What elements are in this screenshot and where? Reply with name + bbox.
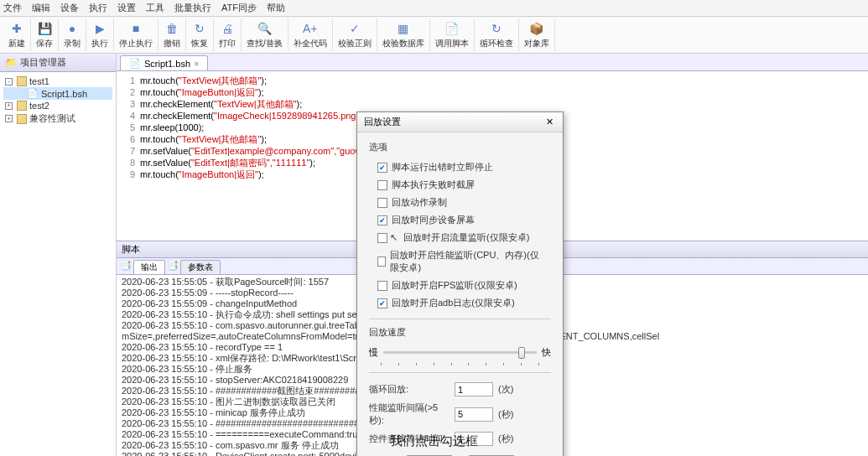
field-label: 循环回放: (369, 383, 450, 396)
checkbox[interactable]: ✔ (377, 215, 387, 225)
checkbox-row[interactable]: 回放时开启FPS监听(仅限安卓) (369, 277, 551, 294)
project-tree[interactable]: -test1📄Script1.bsh+test2+兼容性测试 (0, 72, 116, 456)
menu-item[interactable]: 文件 (3, 2, 22, 14)
menu-item[interactable]: 执行 (89, 2, 107, 14)
停止执行-icon: ■ (127, 20, 144, 37)
checkbox-label: 回放时同步设备屏幕 (392, 214, 475, 226)
tab-params[interactable]: 参数表 (180, 260, 221, 274)
toolbar-对象库[interactable]: 📦对象库 (519, 18, 555, 51)
tree-node[interactable]: +test2 (3, 100, 112, 111)
校验数据库-icon: ▦ (395, 20, 412, 37)
editor-tab[interactable]: 📄 Script1.bsh × (120, 55, 208, 70)
menu-item[interactable]: 设置 (117, 2, 136, 14)
checkbox-row[interactable]: ↖回放时开启流量监听(仅限安卓) (369, 229, 551, 246)
field-input[interactable] (455, 382, 493, 396)
撤销-icon: 🗑 (164, 20, 180, 37)
checkbox[interactable] (377, 233, 387, 243)
toolbar-label: 校验正则 (338, 38, 372, 49)
folder-icon (17, 114, 27, 124)
slider-fast-label: 快 (542, 346, 551, 359)
menu-item[interactable]: 批量执行 (174, 2, 211, 14)
toolbar-调用脚本[interactable]: 📄调用脚本 (430, 18, 475, 51)
tree-file[interactable]: 📄Script1.bsh (3, 87, 112, 100)
checkbox-label: 脚本执行失败时截屏 (392, 179, 475, 191)
close-icon[interactable]: × (194, 59, 199, 69)
checkbox-label: 回放时开启流量监听(仅限安卓) (403, 231, 529, 244)
toolbar-校验正则[interactable]: ✓校验正则 (333, 18, 377, 51)
toolbar-新建[interactable]: ✚新建 (3, 18, 31, 51)
menu-item[interactable]: 帮助 (267, 2, 285, 14)
toolbar-label: 校验数据库 (382, 38, 424, 49)
file-icon: 📄 (27, 88, 39, 99)
checkbox-row[interactable]: ✔回放时同步设备屏幕 (369, 211, 551, 229)
toolbar-恢复[interactable]: ↻恢复 (186, 18, 214, 51)
tree-label: test2 (29, 101, 49, 111)
menu-item[interactable]: 工具 (146, 2, 164, 14)
toolbar-label: 保存 (36, 38, 53, 49)
menu-bar: 文件 编辑 设备 执行 设置 工具 批量执行 ATF同步 帮助 (0, 0, 868, 17)
checkbox-row[interactable]: 回放动作录制 (369, 194, 551, 211)
新建-icon: ✚ (8, 20, 25, 37)
checkbox-label: 回放时开启FPS监听(仅限安卓) (392, 279, 517, 292)
toolbar-保存[interactable]: 💾保存 (31, 18, 59, 51)
toolbar-label: 新建 (8, 38, 25, 49)
field-input[interactable] (455, 407, 493, 422)
toolbar-撤销[interactable]: 🗑撤销 (159, 18, 186, 51)
toolbar-循环检查[interactable]: ↻循环检查 (475, 18, 519, 51)
playback-settings-dialog: 回放设置 ✕ 选项 ✔脚本运行出错时立即停止脚本执行失败时截屏回放动作录制✔回放… (356, 111, 564, 456)
expand-icon[interactable]: + (5, 115, 13, 122)
toolbar-补全代码[interactable]: A+补全代码 (288, 18, 333, 51)
tab-output[interactable]: 输出 (133, 260, 165, 274)
close-icon[interactable]: ✕ (543, 117, 556, 127)
menu-item[interactable]: ATF同步 (221, 2, 257, 14)
group-label-speed: 回放速度 (369, 326, 551, 339)
checkbox-row[interactable]: 脚本执行失败时截屏 (369, 176, 551, 194)
tree-node[interactable]: -test1 (3, 75, 112, 87)
保存-icon: 💾 (36, 20, 53, 37)
menu-item[interactable]: 设备 (60, 2, 79, 14)
checkbox[interactable]: ✔ (377, 163, 387, 173)
toolbar-label: 停止执行 (119, 38, 153, 49)
tab-output-icon: 📑 (120, 260, 132, 274)
checkbox[interactable]: ✔ (377, 298, 387, 308)
checkbox[interactable] (377, 281, 387, 291)
checkbox-label: 回放时开启adb日志(仅限安卓) (392, 297, 515, 309)
checkbox-row[interactable]: 回放时开启性能监听(CPU、内存)(仅限安卓) (369, 246, 551, 277)
查找/替换-icon: 🔍 (256, 20, 273, 37)
field-row: 循环回放:(次) (369, 380, 551, 399)
toolbar-执行[interactable]: ▶执行 (86, 18, 114, 51)
toolbar-停止执行[interactable]: ■停止执行 (114, 18, 159, 51)
expand-icon[interactable]: + (5, 102, 13, 110)
dialog-title: 回放设置 (364, 116, 401, 128)
tree-label: Script1.bsh (41, 89, 87, 99)
录制-icon: ● (64, 20, 81, 37)
toolbar-打印[interactable]: 🖨打印 (214, 18, 242, 51)
checkbox-row[interactable]: ✔回放时开启adb日志(仅限安卓) (369, 294, 551, 312)
expand-icon[interactable]: - (5, 78, 13, 86)
checkbox[interactable] (377, 180, 387, 190)
tree-node[interactable]: +兼容性测试 (3, 111, 112, 126)
checkbox-row[interactable]: ✔脚本运行出错时立即停止 (369, 158, 551, 176)
toolbar-录制[interactable]: ●录制 (59, 18, 86, 51)
panel-label: 脚本 (122, 244, 140, 254)
打印-icon: 🖨 (219, 20, 236, 37)
toolbar-label: 打印 (219, 38, 236, 49)
checkbox[interactable] (377, 198, 387, 208)
对象库-icon: 📦 (528, 20, 545, 37)
调用脚本-icon: 📄 (444, 20, 460, 37)
checkbox[interactable] (377, 256, 386, 267)
slider-thumb[interactable] (518, 347, 525, 359)
speed-slider[interactable] (383, 351, 537, 354)
field-unit: (次) (498, 383, 513, 396)
tab-params-icon: 📑 (167, 260, 179, 274)
toolbar-校验数据库[interactable]: ▦校验数据库 (377, 18, 430, 51)
field-unit: (秒) (498, 433, 513, 445)
toolbar-label: 对象库 (524, 38, 549, 49)
subtitle-caption: 我们点击勾选框 (390, 433, 478, 449)
dialog-titlebar[interactable]: 回放设置 ✕ (357, 112, 563, 132)
checkbox-label: 回放动作录制 (392, 196, 447, 209)
toolbar-查找/替换[interactable]: 🔍查找/替换 (242, 18, 288, 51)
tree-label: test1 (29, 76, 49, 86)
file-icon: 📄 (129, 58, 141, 69)
menu-item[interactable]: 编辑 (32, 2, 50, 14)
